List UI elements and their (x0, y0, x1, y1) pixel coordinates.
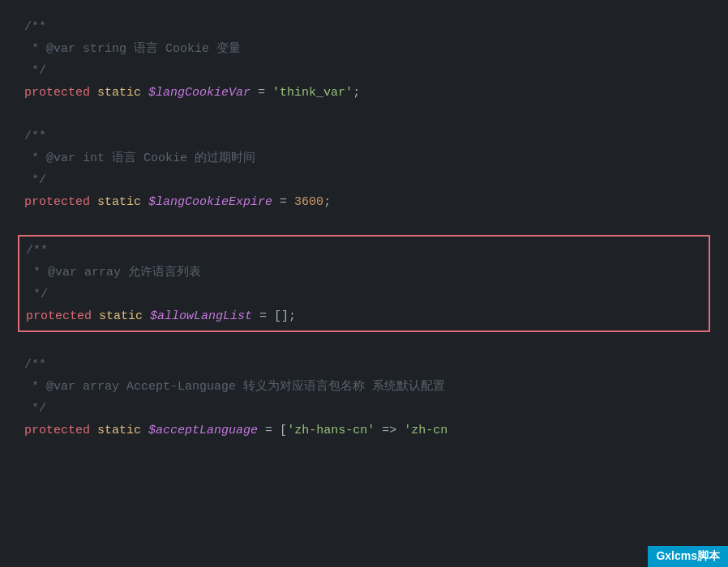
code-line: protected static $langCookieVar = 'think… (24, 82, 704, 104)
comment-line: * @var string 语言 Cookie 变量 (24, 38, 704, 60)
keyword-static: static (97, 86, 141, 100)
keyword-static: static (97, 195, 141, 209)
semicolon: ; (323, 195, 331, 209)
operator: = (252, 309, 274, 323)
operator: = (251, 86, 272, 100)
keyword-protected: protected (24, 86, 90, 100)
comment-line: /** (24, 16, 704, 38)
semicolon: ; (353, 86, 360, 100)
comment-line: /** (26, 240, 702, 262)
comment-line: */ (24, 398, 704, 420)
code-line: protected static $langCookieExpire = 360… (24, 191, 704, 213)
operator: = (258, 424, 280, 437)
variable-allowlanglist: $allowLangList (150, 309, 252, 323)
variable-acceptlanguage: $acceptLanguage (148, 424, 258, 437)
watermark: Gxlcms脚本 (648, 546, 728, 567)
operator: = (272, 195, 294, 209)
highlighted-code-block: /** * @var array 允许语言列表 */ protected sta… (18, 235, 710, 332)
comment-line: */ (26, 284, 702, 305)
code-line: protected static $allowLangList = []; (26, 305, 702, 327)
bracket: [ (280, 424, 287, 437)
variable-langcookievar: $langCookieVar (148, 86, 251, 100)
comment-line: */ (24, 60, 704, 82)
variable-langcookieexpire: $langCookieExpire (148, 195, 272, 209)
keyword-static: static (99, 309, 143, 323)
array-value: []; (274, 309, 296, 323)
keyword-protected: protected (26, 309, 92, 323)
keyword-static: static (97, 424, 141, 437)
comment-line: */ (24, 169, 704, 191)
code-line: protected static $acceptLanguage = ['zh-… (24, 420, 704, 441)
code-editor: /** * @var string 语言 Cookie 变量 */ protec… (0, 0, 728, 458)
comment-line: * @var array 允许语言列表 (26, 262, 702, 284)
keyword-protected: protected (24, 424, 90, 437)
comment-line: * @var array Accept-Language 转义为对应语言包名称 … (24, 376, 704, 398)
string-value: 'think_var' (272, 86, 353, 100)
number-value: 3600 (294, 195, 323, 209)
string-val-truncated: 'zh-cn (404, 424, 448, 437)
watermark-text: Gxlcms脚本 (656, 549, 720, 562)
comment-line: /** (24, 126, 704, 147)
comment-line: /** (24, 354, 704, 376)
arrow-operator: => (375, 424, 404, 437)
comment-line: * @var int 语言 Cookie 的过期时间 (24, 147, 704, 169)
keyword-protected: protected (24, 195, 90, 209)
string-key: 'zh-hans-cn' (287, 424, 375, 437)
